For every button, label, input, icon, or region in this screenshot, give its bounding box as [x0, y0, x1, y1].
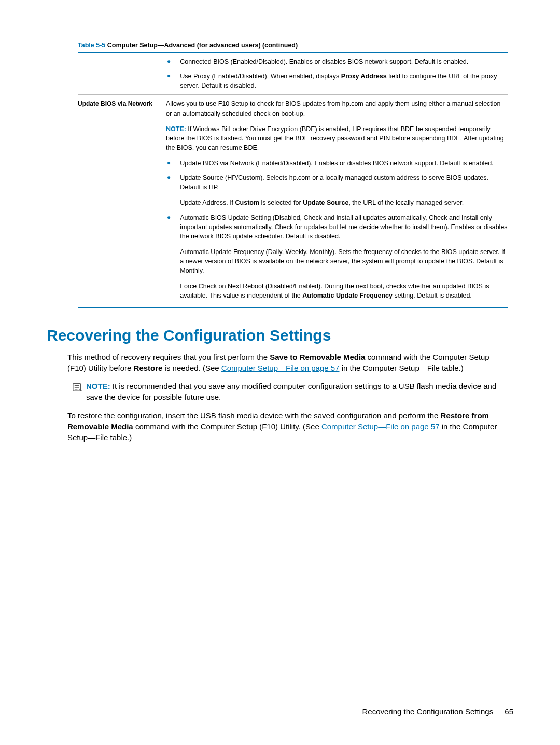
text-fragment: Use Proxy (Enabled/Disabled). When enabl… [180, 73, 341, 80]
list-item: ● Automatic BIOS Update Setting (Disable… [166, 213, 508, 301]
bold-text: Proxy Address [341, 73, 387, 80]
list-item: ● Connected BIOS (Enabled/Disabled). Ena… [166, 57, 508, 66]
table-number: Table 5-5 [78, 41, 105, 49]
bullet-icon: ● [167, 72, 171, 90]
text-fragment: command with the Computer Setup (F10) Ut… [133, 422, 321, 431]
bold-text: Restore [134, 363, 163, 372]
text-fragment: is needed. (See [162, 363, 221, 372]
list-text: Update Source (HP/Custom). Selects hp.co… [180, 173, 508, 207]
table-rule-bottom [78, 307, 508, 308]
text-fragment: is selected for [259, 199, 303, 206]
bullet-icon: ● [167, 173, 171, 207]
list-text: Automatic BIOS Update Setting (Disabled,… [180, 213, 508, 301]
list-text: Update BIOS via Network (Enabled/Disable… [180, 159, 508, 168]
row-content: Allows you to use F10 Setup to check for… [166, 99, 508, 300]
footer-title: Recovering the Configuration Settings [362, 707, 493, 716]
table-row: Update BIOS via Network Allows you to us… [78, 95, 508, 304]
bullet-icon: ● [167, 57, 171, 66]
text-fragment: in the Computer Setup—File table.) [339, 363, 463, 372]
text-fragment: setting. Default is disabled. [393, 292, 472, 299]
bold-text: Save to Removable Media [270, 353, 365, 361]
list-text: Connected BIOS (Enabled/Disabled). Enabl… [180, 57, 508, 66]
page-footer: Recovering the Configuration Settings 65 [362, 707, 513, 716]
bullet-icon: ● [167, 159, 171, 168]
list-item: ● Update Source (HP/Custom). Selects hp.… [166, 173, 508, 207]
page-number: 65 [505, 707, 513, 716]
list-text: Use Proxy (Enabled/Disabled). When enabl… [180, 72, 508, 90]
note-label: NOTE: [166, 125, 186, 133]
note-text: It is recommended that you save any modi… [86, 382, 496, 401]
table-section: Table 5-5 Computer Setup—Advanced (for a… [78, 41, 508, 308]
sub-paragraph: Force Check on Next Reboot (Disabled/Ena… [180, 282, 508, 300]
bold-text: Custom [235, 199, 260, 206]
table-row: ● Connected BIOS (Enabled/Disabled). Ena… [78, 53, 508, 95]
row-content: ● Connected BIOS (Enabled/Disabled). Ena… [166, 57, 508, 90]
bold-text: Update Source [303, 199, 348, 206]
note-label: NOTE: [86, 382, 110, 390]
text-fragment: This method of recovery requires that yo… [67, 353, 270, 361]
text-fragment: To restore the configuration, insert the… [67, 411, 441, 420]
list-item: ● Update BIOS via Network (Enabled/Disab… [166, 159, 508, 168]
xref-link[interactable]: Computer Setup—File on page 57 [221, 363, 340, 372]
xref-link[interactable]: Computer Setup—File on page 57 [321, 422, 440, 431]
table-title: Computer Setup—Advanced (for advanced us… [105, 41, 298, 49]
body-section: This method of recovery requires that yo… [67, 352, 508, 443]
bullet-icon: ● [167, 213, 171, 301]
text-fragment: Update Address. If [180, 199, 235, 206]
text-fragment: , the URL of the locally managed server. [348, 199, 464, 206]
sub-paragraph: Update Address. If Custom is selected fo… [180, 198, 508, 207]
row-label: Update BIOS via Network [78, 99, 166, 300]
note-block: NOTE: It is recommended that you save an… [72, 381, 508, 403]
sub-paragraph: Automatic Update Frequency (Daily, Weekl… [180, 247, 508, 275]
paragraph: Update Source (HP/Custom). Selects hp.co… [180, 173, 508, 192]
note-paragraph: NOTE: If Windows BitLocker Drive Encrypt… [166, 124, 508, 152]
note-text: If Windows BitLocker Drive Encryption (B… [166, 125, 504, 151]
table-caption: Table 5-5 Computer Setup—Advanced (for a… [78, 41, 508, 49]
note-icon [72, 381, 86, 403]
paragraph: To restore the configuration, insert the… [67, 410, 508, 443]
paragraph: This method of recovery requires that yo… [67, 352, 508, 374]
list-item: ● Use Proxy (Enabled/Disabled). When ena… [166, 72, 508, 90]
bold-text: Automatic Update Frequency [302, 292, 393, 299]
row-label-empty [78, 57, 166, 90]
paragraph: Allows you to use F10 Setup to check for… [166, 99, 508, 118]
paragraph: Automatic BIOS Update Setting (Disabled,… [180, 213, 508, 241]
section-heading: Recovering the Configuration Settings [47, 327, 513, 344]
note-body: NOTE: It is recommended that you save an… [86, 381, 508, 403]
